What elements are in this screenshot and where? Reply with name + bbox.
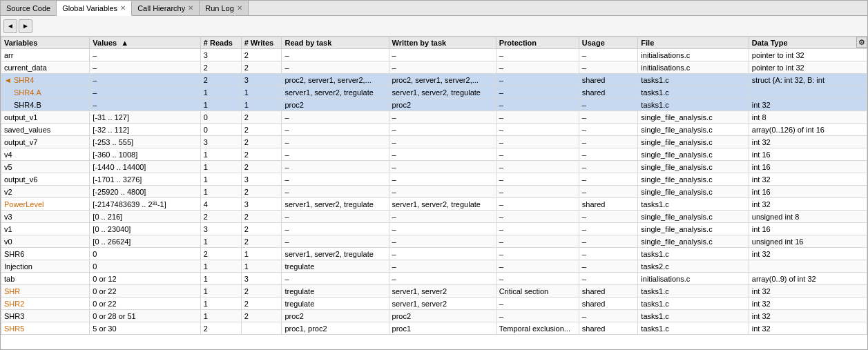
tab-run-log[interactable]: Run Log ✕ bbox=[200, 1, 249, 15]
cell-protection: – bbox=[496, 310, 579, 322]
col-file[interactable]: File bbox=[638, 37, 749, 49]
cell-file: tasks1.c bbox=[638, 86, 749, 99]
cell-dtype: int 32 bbox=[749, 198, 867, 211]
tab-call-hierarchy[interactable]: Call Hierarchy ✕ bbox=[132, 1, 200, 15]
cell-file: single_file_analysis.c bbox=[638, 223, 749, 235]
cell-protection: – bbox=[496, 124, 579, 136]
col-protection[interactable]: Protection bbox=[496, 37, 579, 49]
cell-reads: 2 bbox=[200, 322, 241, 335]
cell-read-by: – bbox=[282, 186, 389, 198]
cell-dtype: int 16 bbox=[749, 161, 867, 173]
table-row[interactable]: output_v6[-1701 .. 3276]13––––single_fil… bbox=[1, 173, 867, 186]
cell-var-name: Injection bbox=[1, 260, 90, 273]
toolbar-btn-prev[interactable]: ◄ bbox=[3, 19, 17, 33]
col-data-type[interactable]: Data Type bbox=[749, 37, 867, 49]
table-row[interactable]: v0[0 .. 26624]12––––single_file_analysis… bbox=[1, 235, 867, 248]
cell-file: single_file_analysis.c bbox=[638, 124, 749, 136]
table-row[interactable]: v4[-360 .. 1008]12––––single_file_analys… bbox=[1, 148, 867, 161]
cell-read-by: tregulate bbox=[282, 298, 389, 310]
cell-reads: 1 bbox=[200, 86, 241, 99]
cell-written-by: proc2 bbox=[389, 310, 496, 322]
table-row[interactable]: SHR30 or 28 or 5112proc2proc2––tasks1.ci… bbox=[1, 310, 867, 322]
cell-usage: – bbox=[579, 260, 638, 273]
table-row[interactable]: PowerLevel[-2147483639 .. 2³¹-1]43server… bbox=[1, 198, 867, 211]
cell-written-by: – bbox=[389, 61, 496, 74]
table-row[interactable]: saved_values[-32 .. 112]02––––single_fil… bbox=[1, 124, 867, 136]
gear-icon[interactable]: ⚙ bbox=[856, 37, 867, 48]
tab-global-variables[interactable]: Global Variables ✕ bbox=[57, 1, 132, 16]
col-usage[interactable]: Usage bbox=[579, 37, 638, 49]
cell-values: [0 .. 26624] bbox=[90, 235, 200, 248]
cell-values: – bbox=[90, 74, 200, 86]
cell-var-name: SHR4.B bbox=[1, 99, 90, 111]
cell-reads: 2 bbox=[200, 248, 241, 260]
table-row[interactable]: Injection011tregulate–––tasks2.c bbox=[1, 260, 867, 273]
col-writes[interactable]: # Writes bbox=[241, 37, 282, 49]
cell-written-by: – bbox=[389, 273, 496, 285]
cell-writes: 2 bbox=[241, 111, 282, 124]
cell-written-by: server1, server2 bbox=[389, 285, 496, 298]
cell-values: – bbox=[90, 99, 200, 111]
table-row[interactable]: output_v1[-31 .. 127]02––––single_file_a… bbox=[1, 111, 867, 124]
toolbar-btn-next[interactable]: ► bbox=[19, 19, 32, 33]
table-row[interactable]: tab0 or 1213––––initialisations.carray(0… bbox=[1, 273, 867, 285]
cell-written-by: server1, server2, tregulate bbox=[389, 86, 496, 99]
cell-read-by: tregulate bbox=[282, 260, 389, 273]
cell-protection: – bbox=[496, 298, 579, 310]
table-row[interactable]: v2[-25920 .. 4800]12––––single_file_anal… bbox=[1, 186, 867, 198]
cell-values: [-1701 .. 3276] bbox=[90, 173, 200, 186]
cell-file: tasks1.c bbox=[638, 74, 749, 86]
cell-dtype: int 32 bbox=[749, 310, 867, 322]
col-variables[interactable]: Variables bbox=[1, 37, 90, 49]
col-read-by-task[interactable]: Read by task bbox=[282, 37, 389, 49]
table-row[interactable]: v5[-1440 .. 14400]12––––single_file_anal… bbox=[1, 161, 867, 173]
col-reads[interactable]: # Reads bbox=[200, 37, 241, 49]
tab-call-hierarchy-close[interactable]: ✕ bbox=[188, 4, 193, 12]
cell-dtype: int 16 bbox=[749, 186, 867, 198]
table-row[interactable]: SHR55 or 302proc1, proc2proc1Temporal ex… bbox=[1, 322, 867, 335]
cell-values: 0 bbox=[90, 248, 200, 260]
table-row[interactable]: current_data–22––––initialisations.cpoin… bbox=[1, 61, 867, 74]
cell-read-by: – bbox=[282, 136, 389, 148]
cell-writes: 1 bbox=[241, 248, 282, 260]
table-row[interactable]: output_v7[-253 .. 555]32––––single_file_… bbox=[1, 136, 867, 148]
cell-read-by: – bbox=[282, 235, 389, 248]
tab-source-code[interactable]: Source Code bbox=[1, 1, 57, 15]
cell-file: tasks1.c bbox=[638, 310, 749, 322]
table-row[interactable]: SHR20 or 2212tregulateserver1, server2–s… bbox=[1, 298, 867, 310]
cell-var-name: tab bbox=[1, 273, 90, 285]
table-row[interactable]: v3[0 .. 216]22––––single_file_analysis.c… bbox=[1, 211, 867, 223]
table-row[interactable]: SHR0 or 2212tregulateserver1, server2Cri… bbox=[1, 285, 867, 298]
cell-dtype: int 32 bbox=[749, 99, 867, 111]
cell-var-name: v4 bbox=[1, 148, 90, 161]
cell-dtype bbox=[749, 86, 867, 99]
table-row[interactable]: ◄ SHR4–23proc2, server1, server2,...proc… bbox=[1, 74, 867, 86]
cell-values: 5 or 30 bbox=[90, 322, 200, 335]
col-values[interactable]: Values ▲ bbox=[90, 37, 200, 49]
cell-read-by: proc2, server1, server2,... bbox=[282, 74, 389, 86]
cell-written-by: server1, server2 bbox=[389, 298, 496, 310]
cell-file: tasks1.c bbox=[638, 285, 749, 298]
tab-source-code-label: Source Code bbox=[6, 4, 50, 12]
tab-run-log-close[interactable]: ✕ bbox=[237, 4, 242, 12]
table-row[interactable]: v1[0 .. 23040]32––––single_file_analysis… bbox=[1, 223, 867, 235]
cell-dtype: int 8 bbox=[749, 111, 867, 124]
tab-global-variables-close[interactable]: ✕ bbox=[120, 4, 126, 12]
cell-values: [0 .. 23040] bbox=[90, 223, 200, 235]
cell-usage: – bbox=[579, 61, 638, 74]
table-row[interactable]: SHR4.A–11server1, server2, tregulateserv… bbox=[1, 86, 867, 99]
cell-reads: 1 bbox=[200, 298, 241, 310]
table-row[interactable]: SHR6021server1, server2, tregulate–––tas… bbox=[1, 248, 867, 260]
table-row[interactable]: arr–32––––initialisations.cpointer to in… bbox=[1, 49, 867, 61]
table-row[interactable]: SHR4.B–11proc2proc2––tasks1.cint 32 bbox=[1, 99, 867, 111]
cell-dtype: array(0..126) of int 16 bbox=[749, 124, 867, 136]
cell-writes: 3 bbox=[241, 198, 282, 211]
cell-protection: – bbox=[496, 173, 579, 186]
cell-values: [-2147483639 .. 2³¹-1] bbox=[90, 198, 200, 211]
table-container[interactable]: Variables Values ▲ # Reads # Writes Read… bbox=[1, 37, 867, 349]
cell-file: tasks1.c bbox=[638, 198, 749, 211]
col-written-by-task[interactable]: Written by task bbox=[389, 37, 496, 49]
cell-usage: – bbox=[579, 173, 638, 186]
cell-protection: – bbox=[496, 111, 579, 124]
cell-written-by: server1, server2, tregulate bbox=[389, 198, 496, 211]
